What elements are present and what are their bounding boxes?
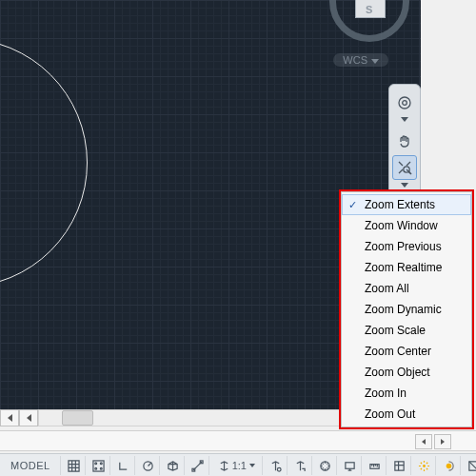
menu-item-zoom-object[interactable]: Zoom Object xyxy=(342,362,471,383)
menu-item-zoom-center[interactable]: Zoom Center xyxy=(342,341,471,362)
menu-item-label: Zoom Dynamic xyxy=(365,303,442,316)
menu-item-zoom-scale[interactable]: Zoom Scale xyxy=(342,320,471,341)
zoom-extents-button[interactable] xyxy=(392,155,417,180)
menu-item-label: Zoom Realtime xyxy=(365,261,442,274)
menu-item-label: Zoom In xyxy=(365,387,407,400)
wcs-dropdown[interactable]: WCS xyxy=(333,53,388,67)
ortho-toggle[interactable] xyxy=(112,456,135,475)
layout-next-button[interactable] xyxy=(434,434,451,449)
steering-wheel-dropdown[interactable] xyxy=(389,117,420,127)
svg-point-4 xyxy=(94,462,96,464)
svg-point-0 xyxy=(399,97,410,109)
hscroll-left-button-2[interactable] xyxy=(19,409,38,426)
layout-prev-button[interactable] xyxy=(415,434,432,449)
menu-item-zoom-window[interactable]: Zoom Window xyxy=(342,215,471,236)
menu-item-label: Zoom Scale xyxy=(365,324,426,337)
annotation-monitor[interactable] xyxy=(339,456,362,475)
osnap-toggle[interactable] xyxy=(187,456,209,475)
polar-toggle[interactable] xyxy=(137,456,160,475)
menu-item-label: Zoom Extents xyxy=(365,198,435,211)
zoom-context-menu: ✓ Zoom Extents Zoom Window Zoom Previous… xyxy=(341,191,472,427)
clean-screen[interactable] xyxy=(463,456,476,475)
svg-point-7 xyxy=(100,467,102,469)
svg-rect-15 xyxy=(395,461,404,469)
svg-point-17 xyxy=(446,463,452,468)
menu-item-label: Zoom Object xyxy=(365,366,430,379)
menu-item-zoom-in[interactable]: Zoom In xyxy=(342,383,471,404)
menu-item-zoom-dynamic[interactable]: Zoom Dynamic xyxy=(342,299,471,320)
svg-point-5 xyxy=(100,462,102,464)
menu-item-zoom-out[interactable]: Zoom Out xyxy=(342,404,471,425)
units-toggle[interactable] xyxy=(364,456,387,475)
command-line-area[interactable] xyxy=(0,430,476,451)
pan-button[interactable] xyxy=(393,129,416,152)
scale-label: 1:1 xyxy=(232,460,247,471)
svg-rect-13 xyxy=(346,462,354,468)
quick-properties[interactable] xyxy=(388,456,411,475)
menu-item-zoom-realtime[interactable]: Zoom Realtime xyxy=(342,257,471,278)
menu-item-label: Zoom Previous xyxy=(365,240,442,253)
menu-item-zoom-all[interactable]: Zoom All xyxy=(342,278,471,299)
annotation-scale[interactable]: 1:1 xyxy=(211,456,263,475)
hardware-acceleration[interactable] xyxy=(413,456,436,475)
svg-point-16 xyxy=(423,465,426,467)
zoom-menu-highlight: ✓ Zoom Extents Zoom Window Zoom Previous… xyxy=(339,189,474,429)
hscroll-left-button[interactable] xyxy=(0,409,19,426)
menu-item-label: Zoom Out xyxy=(365,407,415,421)
annotation-visibility-toggle[interactable] xyxy=(265,456,288,475)
svg-point-1 xyxy=(403,101,407,106)
status-bar: MODEL 1:1 xyxy=(0,453,476,476)
navigation-bar xyxy=(388,84,421,197)
snap-toggle[interactable] xyxy=(88,456,110,475)
svg-point-6 xyxy=(94,467,96,469)
model-space-button[interactable]: MODEL xyxy=(1,456,61,475)
workspace-switching[interactable] xyxy=(314,456,337,475)
annotation-autoscale-toggle[interactable] xyxy=(289,456,312,475)
menu-item-label: Zoom Window xyxy=(365,219,438,232)
menu-item-zoom-extents[interactable]: ✓ Zoom Extents xyxy=(342,194,471,215)
menu-item-zoom-previous[interactable]: Zoom Previous xyxy=(342,236,471,257)
svg-rect-3 xyxy=(93,460,104,470)
menu-item-label: Zoom All xyxy=(365,282,409,295)
checkmark-icon: ✓ xyxy=(348,199,357,211)
grid-toggle[interactable] xyxy=(63,456,86,475)
layout-nav-arrows xyxy=(413,434,472,447)
isodraft-toggle[interactable] xyxy=(162,456,185,475)
menu-item-label: Zoom Center xyxy=(365,345,431,358)
isolate-objects[interactable] xyxy=(438,456,461,475)
steering-wheel-button[interactable] xyxy=(393,91,416,114)
hscroll-thumb[interactable] xyxy=(62,410,93,426)
svg-point-11 xyxy=(277,467,281,471)
